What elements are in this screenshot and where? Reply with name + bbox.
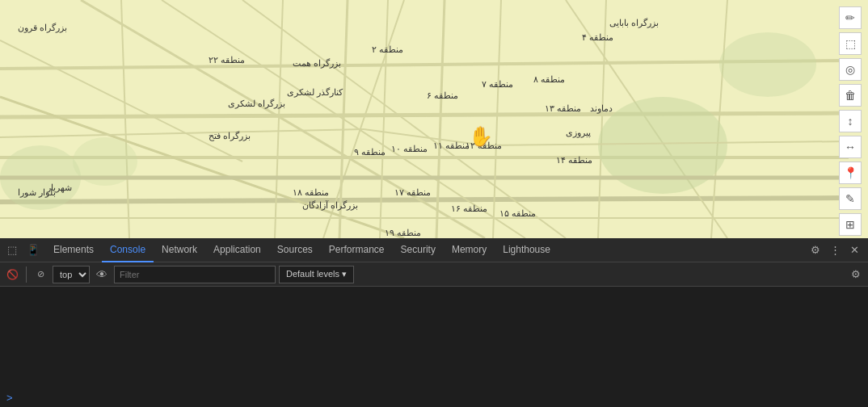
tab-security[interactable]: Security [393, 238, 444, 262]
devtools-right-icons: ⚙ ⋮ ✕ [802, 241, 868, 259]
console-levels-dropdown[interactable]: Default levels ▾ [279, 266, 354, 283]
svg-point-17 [719, 32, 816, 97]
map-tool-grid[interactable]: ⊞ [839, 213, 862, 236]
tab-sources[interactable]: Sources [269, 238, 321, 262]
console-eye-button[interactable]: 👁 [93, 266, 111, 283]
console-context-select[interactable]: top [53, 266, 90, 283]
console-settings-button[interactable]: ⚙ [847, 266, 865, 283]
map-container: منطقه ۲ منطقه ۴ منطقه ۲۲ بزرگراه همت بزر… [0, 0, 868, 238]
map-svg [0, 0, 868, 238]
console-filter-toggle[interactable]: ⊘ [32, 266, 49, 283]
devtools-more-button[interactable]: ⋮ [826, 241, 844, 259]
tab-elements[interactable]: Elements [45, 238, 102, 262]
map-tool-pencil[interactable]: ✏ [839, 6, 862, 29]
console-filter-input[interactable] [114, 266, 276, 283]
tab-lighthouse[interactable]: Lighthouse [495, 238, 558, 262]
devtools-tabs: Elements Console Network Application Sou… [45, 238, 802, 262]
map-tool-resize-h[interactable]: ↔ [839, 136, 862, 158]
tab-application[interactable]: Application [205, 238, 269, 262]
devtools-tab-bar: ⬚ 📱 Elements Console Network Application… [0, 238, 868, 262]
inspect-button[interactable]: ⬚ [3, 241, 21, 259]
tab-network[interactable]: Network [154, 238, 205, 262]
map-tool-pin[interactable]: 📍 [839, 162, 862, 184]
svg-line-21 [364, 129, 485, 145]
svg-line-11 [598, 0, 606, 238]
svg-line-10 [436, 0, 445, 238]
tab-console[interactable]: Console [102, 238, 154, 262]
map-tool-delete[interactable]: 🗑 [839, 84, 862, 107]
devtools-panel: ⬚ 📱 Elements Console Network Application… [0, 238, 868, 407]
console-content[interactable]: > [0, 287, 868, 407]
svg-line-1 [0, 113, 849, 117]
device-toolbar-button[interactable]: 📱 [24, 241, 42, 259]
console-clear-button[interactable]: 🚫 [3, 266, 21, 283]
svg-line-25 [380, 0, 388, 238]
map-tool-location[interactable]: ◎ [839, 58, 862, 81]
map-tool-resize-v[interactable]: ↕ [839, 110, 862, 132]
devtools-close-button[interactable]: ✕ [845, 241, 863, 259]
toolbar-separator [26, 266, 27, 283]
map-toolbar: ✏ ⬚ ◎ 🗑 ↕ ↔ 📍 ✎ ⊞ [839, 6, 862, 236]
tab-performance[interactable]: Performance [321, 238, 393, 262]
console-toolbar: 🚫 ⊘ top 👁 Default levels ▾ ⚙ [0, 262, 868, 287]
svg-line-26 [493, 0, 501, 238]
console-prompt: > [6, 392, 13, 404]
map-tool-square[interactable]: ⬚ [839, 32, 862, 55]
devtools-settings-button[interactable]: ⚙ [807, 241, 824, 259]
tab-memory[interactable]: Memory [444, 238, 495, 262]
devtools-left-icons: ⬚ 📱 [0, 241, 45, 259]
map-tool-edit[interactable]: ✎ [839, 187, 862, 210]
